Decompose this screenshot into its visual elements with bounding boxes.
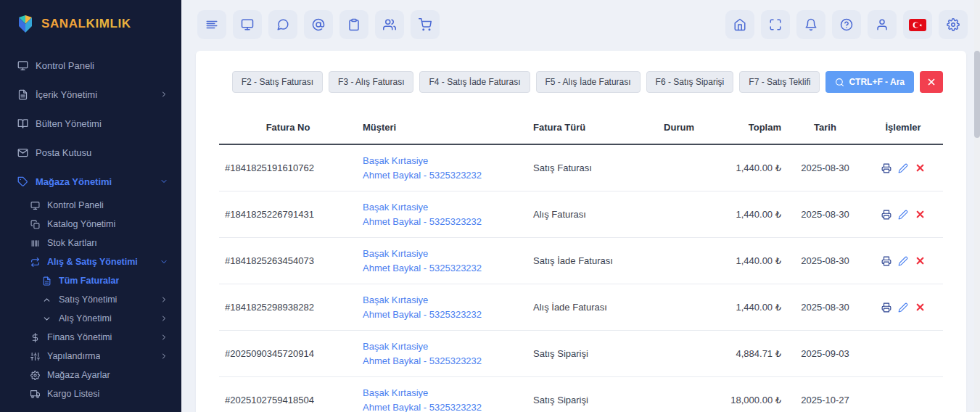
- print-button[interactable]: [881, 163, 892, 173]
- turkey-flag-icon: [909, 19, 926, 31]
- shopping-cart-button[interactable]: [411, 10, 440, 39]
- sidebar-item-yapilandirma[interactable]: Yapılandırma: [0, 347, 181, 366]
- invoice-row[interactable]: #1841825226791431Başak KırtasiyeAhmet Ba…: [219, 191, 943, 238]
- date-cell: 2025-10-27: [787, 377, 863, 412]
- sidebar-item-magaza-ayarlar[interactable]: Mağaza Ayarlar: [0, 366, 181, 384]
- customer-name-link[interactable]: Başak Kırtasiye: [363, 293, 522, 308]
- users-button[interactable]: [375, 10, 404, 39]
- customer-name-link[interactable]: Başak Kırtasiye: [363, 154, 522, 168]
- printer-icon: [881, 163, 892, 173]
- sidebar-item-label: Yapılandırma: [47, 351, 100, 361]
- sidebar-item-tum-faturalar[interactable]: Tüm Faturalar: [0, 271, 181, 290]
- sidebar-item-satis-yonetimi[interactable]: Satış Yönetimi: [0, 290, 181, 309]
- filter-button-f6[interactable]: F6 - Satış Siparişi: [646, 71, 734, 93]
- filter-button-f7[interactable]: F7 - Satış Teklifi: [739, 71, 820, 93]
- printer-icon: [881, 256, 892, 266]
- monitor-icon: [17, 60, 28, 71]
- sidebar-item-stok-kartlari[interactable]: Stok Kartları: [0, 234, 181, 252]
- delete-button[interactable]: [915, 255, 926, 266]
- file-text-icon: [42, 276, 52, 286]
- status-cell: [647, 144, 711, 191]
- customer-name-link[interactable]: Başak Kırtasiye: [363, 247, 522, 261]
- customer-contact-link[interactable]: Ahmet Baykal - 5325323232: [363, 354, 522, 368]
- edit-button[interactable]: [898, 163, 908, 173]
- sidebar-item-kontrol-paneli[interactable]: Kontrol Paneli: [0, 51, 181, 80]
- customer-contact-link[interactable]: Ahmet Baykal - 5325323232: [363, 261, 522, 276]
- sidebar-item-katalog-yonetimi[interactable]: Katalog Yönetimi: [0, 215, 181, 234]
- invoice-row[interactable]: #1841825263454073Başak KırtasiyeAhmet Ba…: [219, 238, 943, 284]
- delete-button[interactable]: [915, 162, 926, 173]
- sidebar-item-label: Kontrol Paneli: [47, 200, 104, 210]
- clipboard-button[interactable]: [339, 10, 368, 39]
- column-header-durum: Durum: [647, 113, 711, 144]
- customer-contact-link[interactable]: Ahmet Baykal - 5325323232: [363, 168, 522, 183]
- bell-icon: [804, 18, 818, 31]
- invoice-row[interactable]: #2025090345720914Başak KırtasiyeAhmet Ba…: [219, 331, 943, 377]
- message-circle-button[interactable]: [268, 10, 297, 39]
- x-icon: [915, 302, 926, 313]
- sidebar-item-kargo-listesi[interactable]: Kargo Listesi: [0, 384, 181, 403]
- sidebar-item-kontrol-paneli[interactable]: Kontrol Paneli: [0, 196, 181, 215]
- edit-button[interactable]: [898, 302, 908, 313]
- filter-button-f2[interactable]: F2 - Satış Faturası: [232, 71, 323, 93]
- sidebar-item-icerik-yonetimi[interactable]: İçerik Yönetimi: [0, 80, 181, 109]
- sidebar-item-bulten-yonetimi[interactable]: Bülten Yönetimi: [0, 109, 181, 138]
- delete-button[interactable]: [915, 209, 926, 220]
- monitor-button[interactable]: [233, 10, 262, 39]
- print-button[interactable]: [881, 302, 892, 313]
- chevron-right-icon: [160, 295, 168, 304]
- barcode-icon: [30, 239, 40, 248]
- logo[interactable]: SANALKIMLIK: [0, 0, 181, 51]
- edit-button[interactable]: [898, 210, 908, 220]
- at-sign-button[interactable]: [304, 10, 333, 39]
- filter-button-f5[interactable]: F5 - Alış İade Faturası: [536, 71, 641, 93]
- scrollbar-thumb[interactable]: [974, 51, 980, 138]
- user-button[interactable]: [868, 10, 897, 39]
- invoice-row[interactable]: #1841825191610762Başak KırtasiyeAhmet Ba…: [219, 144, 943, 191]
- edit-icon: [898, 163, 908, 173]
- settings-button[interactable]: [939, 10, 968, 39]
- invoice-row[interactable]: #2025102759418504Başak KırtasiyeAhmet Ba…: [219, 377, 943, 412]
- print-button[interactable]: [881, 210, 892, 220]
- delete-button[interactable]: [915, 302, 926, 313]
- language-flag-button[interactable]: [903, 10, 932, 39]
- chevron-right-icon: [160, 295, 168, 304]
- filter-button-f4[interactable]: F4 - Satış İade Faturası: [419, 71, 530, 93]
- total-cell: 1,440.00 ₺: [711, 284, 787, 331]
- sidebar-item-alis-yonetimi[interactable]: Alış Yönetimi: [0, 309, 181, 328]
- close-filter-button[interactable]: [920, 71, 943, 93]
- date-cell: 2025-08-30: [787, 284, 863, 331]
- customer-name-link[interactable]: Başak Kırtasiye: [363, 339, 522, 354]
- chevron-right-icon: [160, 352, 168, 360]
- home-button[interactable]: [725, 10, 754, 39]
- search-button[interactable]: CTRL+F - Ara: [825, 71, 914, 93]
- chevron-down-icon: [160, 258, 168, 266]
- sidebar-item-finans-yonetimi[interactable]: Finans Yönetimi: [0, 328, 181, 347]
- sidebar-item-alis-satis-yonetimi[interactable]: Alış & Satış Yönetimi: [0, 252, 181, 271]
- invoice-row[interactable]: #1841825298938282Başak KırtasiyeAhmet Ba…: [219, 284, 943, 331]
- column-header-tarih: Tarih: [787, 113, 863, 144]
- customer-name-link[interactable]: Başak Kırtasiye: [363, 386, 522, 400]
- maximize-button[interactable]: [761, 10, 790, 39]
- printer-icon: [881, 210, 892, 220]
- bell-button[interactable]: [796, 10, 825, 39]
- table-wrap: Fatura NoMüşteriFatura TürüDurumToplamTa…: [219, 113, 943, 412]
- customer-contact-link[interactable]: Ahmet Baykal - 5325323232: [363, 400, 522, 412]
- search-button-label: CTRL+F - Ara: [849, 77, 905, 87]
- date-cell: 2025-08-30: [787, 238, 863, 284]
- edit-button[interactable]: [898, 256, 908, 266]
- customer-contact-link[interactable]: Ahmet Baykal - 5325323232: [363, 215, 522, 229]
- help-circle-button[interactable]: [832, 10, 861, 39]
- status-cell: [647, 191, 711, 238]
- chevron-down-icon: [160, 177, 168, 186]
- filter-button-f3[interactable]: F3 - Alış Faturası: [329, 71, 413, 93]
- customer-contact-link[interactable]: Ahmet Baykal - 5325323232: [363, 308, 522, 322]
- book-open-icon: [17, 118, 28, 129]
- align-left-button[interactable]: [197, 10, 226, 39]
- logo-text: SANALKIMLIK: [41, 17, 131, 31]
- print-button[interactable]: [881, 256, 892, 266]
- sidebar-item-posta-kutusu[interactable]: Posta Kutusu: [0, 138, 181, 167]
- scrollbar[interactable]: [974, 0, 980, 412]
- customer-name-link[interactable]: Başak Kırtasiye: [363, 200, 522, 215]
- sidebar-item-magaza-yonetimi[interactable]: Mağaza Yönetimi: [0, 167, 181, 196]
